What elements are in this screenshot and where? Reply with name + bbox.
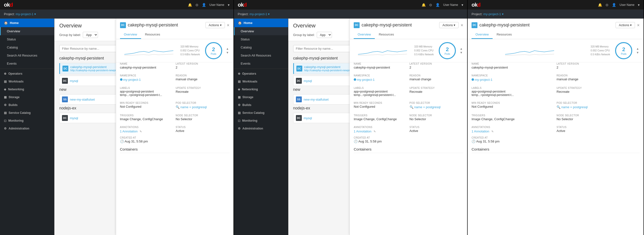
sidebar-item-service-catalog-1[interactable]: ▤ Service Catalog [0,109,54,117]
sidebar-item-catalog-1[interactable]: Catalog [0,43,54,51]
user-icon-2[interactable]: 👤 [436,3,440,7]
pods-down-btn-1[interactable]: ▼ [226,51,230,54]
tab-resources-2[interactable]: Resources [375,31,398,39]
question-icon-3[interactable]: ⊙ [606,3,608,7]
sidebar-item-status-1[interactable]: Status [0,35,54,43]
memory-label-2: 320 MB Memory [414,45,436,49]
tab-resources-3[interactable]: Resources [492,31,516,39]
close-btn-2[interactable]: × [460,23,463,27]
detail-triggers-1: TRIGGERS Image Change, ConfigChange [120,114,174,121]
bell-icon-2[interactable]: 🔔 [422,3,426,7]
tab-overview-1[interactable]: Overview [120,31,141,39]
sidebar-home-2[interactable]: 🏠 Home [234,18,288,27]
sidebar-item-administration-2[interactable]: ⚙ Administration [234,125,288,132]
sidebar-item-workloads-2[interactable]: ▤ Workloads [234,78,288,85]
panel-title-text-3: cakephp-mysql-persistent [480,22,530,28]
question-icon-2[interactable]: ⊙ [429,3,432,7]
pod-selector-link-2[interactable]: 🔍 name = postgresql [410,105,441,109]
sidebar-item-service-catalog-2[interactable]: ▤ Service Catalog [234,109,288,117]
pods-up-btn-1[interactable]: ▲ [226,47,230,50]
user-icon-1[interactable]: 👤 [202,3,206,7]
bell-icon-1[interactable]: 🔔 [188,3,192,7]
close-btn-1[interactable]: × [227,23,230,27]
bell-icon-3[interactable]: 🔔 [598,3,602,7]
sidebar-item-catalog-2[interactable]: Catalog [234,43,288,51]
sidebar-item-search-1[interactable]: Search All Resources [0,51,54,59]
screen-3: okd 🔔 ⊙ 👤 User Name ▾ Project: my-projec… [468,0,644,235]
sidebar-item-workloads-1[interactable]: ▤ Workloads [0,78,54,85]
containers-title-1: Containers [120,147,230,153]
sidebar-item-builds-1[interactable]: ⚙ Builds [0,101,54,109]
actions-btn-1[interactable]: Actions ▾ [206,22,225,28]
network-label-3: 0.5 KiB/s Network [590,53,613,56]
project-name-1[interactable]: my-project-1 ▾ [16,12,36,16]
annotations-edit-icon-2[interactable]: ✎ [374,130,376,133]
detail-scroll-3: NAME cakephp-mysql-persistent LATEST VER… [468,62,644,235]
project-name-2[interactable]: my-project-1 ▾ [250,12,270,16]
tab-overview-2[interactable]: Overview [354,31,375,39]
sidebar-item-events-2[interactable]: Events [234,59,288,68]
network-label-1: 0.5 KiB/s Network [180,53,202,56]
detail-label-reason-1: REASON [176,74,230,77]
sidebar-item-storage-2[interactable]: ▦ Storage [234,93,288,101]
sidebar-item-operators-2[interactable]: ⊕ Operators [234,70,288,78]
detail-label-namespace-3: NAMESPACE [472,74,554,77]
sidebar-item-overview-1[interactable]: Overview [0,27,54,35]
sidebar-home-1[interactable]: 🏠 Home [0,18,54,27]
detail-value-triggers-3: Image Change, ConfigChange [472,117,554,121]
group-by-select-2[interactable]: App [317,32,332,38]
annotations-link-2[interactable]: 1 Annotation [354,130,371,133]
tab-resources-1[interactable]: Resources [141,31,164,39]
username-2[interactable]: User Name [443,3,458,6]
actions-btn-2[interactable]: Actions ▾ [439,22,458,28]
detail-value-nodeselector-1: No Selector [176,117,230,121]
username-1[interactable]: User Name [210,3,224,6]
user-icon-3[interactable]: 👤 [612,3,616,7]
pods-up-btn-3[interactable]: ▲ [636,47,640,50]
group-by-select-1[interactable]: App [83,32,98,38]
resource-item-left-nodejs-mysql-2: DC mysql [296,115,312,121]
sidebar-item-operators-1[interactable]: ⊕ Operators [0,70,54,78]
detail-nodeselector-1: NODE SELECTOR No Selector [176,114,230,121]
pod-selector-link-3[interactable]: 🔍 name = postgresql [556,105,588,109]
sidebar-item-events-1[interactable]: Events [0,59,54,68]
detail-value-nodeselector-2: No Selector [410,117,464,121]
sidebar-item-status-2[interactable]: Status [234,35,288,43]
sidebar-item-administration-1[interactable]: ⚙ Administration [0,125,54,132]
pod-selector-link-1[interactable]: 🔍 name = postgresql [176,105,207,109]
sidebar-item-monitoring-1[interactable]: ◻ Monitoring [0,117,54,125]
sidebar-item-search-2[interactable]: Search All Resources [234,51,288,59]
pods-up-btn-2[interactable]: ▲ [459,47,463,50]
annotations-edit-icon-1[interactable]: ✎ [140,130,142,133]
sidebar-item-monitoring-2[interactable]: ◻ Monitoring [234,117,288,125]
question-icon-1[interactable]: ⊙ [196,3,198,7]
detail-version-2: LATEST VERSION 2 [410,62,464,69]
annotations-link-3[interactable]: 1 Annotation [472,130,489,133]
sidebar-item-builds-2[interactable]: ⚙ Builds [234,101,288,109]
sidebar-item-networking-2[interactable]: ◈ Networking [234,85,288,93]
detail-value-triggers-1: Image Change, ConfigChange [120,117,174,121]
topbar-icons-2: 🔔 ⊙ 👤 User Name ▾ [422,3,463,7]
annotations-link-1[interactable]: 1 Annotation [120,130,138,133]
username-3[interactable]: User Name [620,3,634,6]
namespace-link-1[interactable]: my-project-1 [123,78,141,81]
ss-badge-1: SS [62,96,68,102]
project-name-3[interactable]: my-project-1 ▾ [483,12,504,16]
pods-arrows-3: ▲ ▼ [636,47,640,54]
close-btn-3[interactable]: × [637,23,640,27]
namespace-link-2[interactable]: my-project-1 [357,78,374,81]
sidebar-item-storage-1[interactable]: ▦ Storage [0,93,54,101]
side-panel-3: DC cakephp-mysql-persistent Actions ▾ × … [468,18,644,235]
sidebar-item-overview-2[interactable]: Overview [234,27,288,35]
pods-arrows-1: ▲ ▼ [226,47,230,54]
actions-btn-3[interactable]: Actions ▾ [616,22,635,28]
sidebar-item-networking-1[interactable]: ◈ Networking [0,85,54,93]
tab-overview-3[interactable]: Overview [472,31,492,39]
detail-label-createdat-3: CREATED AT [472,136,640,139]
workloads-icon-2: ▤ [238,80,240,83]
annotations-edit-icon-3[interactable]: ✎ [492,130,494,133]
pods-circle-3: 2 Pods [615,42,632,59]
namespace-link-3[interactable]: my-project-1 [475,78,492,81]
pods-down-btn-2[interactable]: ▼ [459,51,463,54]
pods-down-btn-3[interactable]: ▼ [636,51,640,54]
